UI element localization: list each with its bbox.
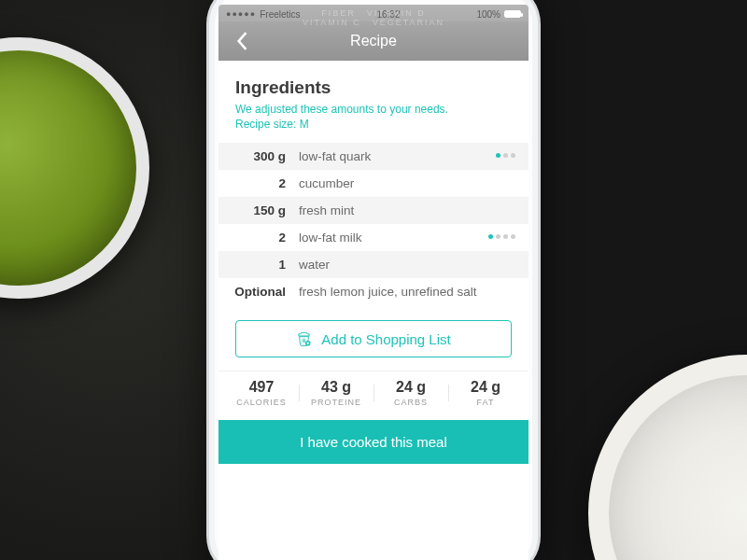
ingredient-indicator bbox=[488, 231, 515, 239]
ingredients-heading: Ingredients bbox=[218, 61, 529, 102]
indicator-dot bbox=[511, 234, 515, 239]
ingredients-note: We adjusted these amounts to your needs.… bbox=[218, 102, 529, 132]
ingredient-name: water bbox=[299, 258, 515, 272]
clock: 16:32 bbox=[376, 9, 400, 20]
ceramic-cup bbox=[588, 355, 747, 560]
nutrition-value: 24 g bbox=[374, 379, 448, 396]
recipe-content[interactable]: Ingredients We adjusted these amounts to… bbox=[218, 61, 529, 560]
ingredient-qty: 1 bbox=[218, 258, 299, 272]
phone-screen: ●●●●● Freeletics 16:32 100% FIBERVITAMIN… bbox=[218, 5, 529, 560]
chevron-left-icon bbox=[235, 31, 248, 51]
nutrition-label: CARBS bbox=[374, 398, 448, 407]
phone-frame: ●●●●● Freeletics 16:32 100% FIBERVITAMIN… bbox=[206, 0, 541, 560]
add-to-shopping-list-label: Add to Shopping List bbox=[321, 331, 450, 347]
ingredient-row[interactable]: Optionalfresh lemon juice, unrefined sal… bbox=[218, 278, 529, 305]
nutrition-summary: 497CALORIES43 gPROTEINE24 gCARBS24 gFAT bbox=[218, 371, 529, 420]
add-to-shopping-list-button[interactable]: Add to Shopping List bbox=[235, 320, 512, 357]
nutrition-stat: 43 gPROTEINE bbox=[299, 379, 374, 407]
ingredient-row[interactable]: 2low-fat milk bbox=[218, 224, 529, 251]
ingredient-qty: 2 bbox=[218, 231, 299, 245]
battery-pct: 100% bbox=[476, 9, 500, 20]
ingredient-row[interactable]: 1water bbox=[218, 251, 529, 278]
nav-bar: FIBERVITAMIN D VITAMIN CVEGETARIAN Recip… bbox=[218, 21, 529, 61]
cooked-meal-button[interactable]: I have cooked this meal bbox=[218, 420, 529, 464]
ingredient-indicator bbox=[496, 149, 515, 158]
indicator-dot bbox=[511, 153, 515, 158]
nutrition-label: FAT bbox=[448, 398, 523, 407]
nutrition-value: 43 g bbox=[299, 379, 374, 396]
carrier-label: Freeletics bbox=[260, 9, 300, 20]
nutrition-stat: 24 gCARBS bbox=[374, 379, 448, 407]
indicator-dot bbox=[503, 234, 508, 239]
status-bar: ●●●●● Freeletics 16:32 100% bbox=[218, 5, 529, 21]
indicator-dot bbox=[488, 234, 493, 239]
ingredient-qty: Optional bbox=[218, 285, 299, 299]
indicator-dot bbox=[496, 234, 500, 239]
nutrition-label: PROTEINE bbox=[299, 398, 374, 407]
ingredients-list: 300 glow-fat quark2cucumber150 gfresh mi… bbox=[218, 143, 529, 305]
ingredient-qty: 2 bbox=[218, 176, 299, 190]
ingredient-qty: 150 g bbox=[218, 203, 299, 217]
indicator-dot bbox=[496, 153, 500, 158]
matcha-bowl bbox=[0, 37, 149, 299]
ingredient-name: fresh lemon juice, unrefined salt bbox=[299, 285, 515, 299]
nutrition-label: CALORIES bbox=[224, 398, 299, 407]
ingredient-name: low-fat milk bbox=[299, 231, 488, 245]
ingredient-name: low-fat quark bbox=[299, 149, 496, 163]
indicator-dot bbox=[503, 153, 508, 158]
ingredient-name: fresh mint bbox=[299, 203, 515, 217]
ingredient-row[interactable]: 150 gfresh mint bbox=[218, 197, 529, 224]
nutrition-stat: 497CALORIES bbox=[224, 379, 299, 407]
ingredient-qty: 300 g bbox=[218, 149, 299, 163]
ingredient-row[interactable]: 2cucumber bbox=[218, 170, 529, 197]
battery-icon bbox=[504, 10, 521, 18]
nutrition-stat: 24 gFAT bbox=[448, 379, 523, 407]
nav-title: Recipe bbox=[350, 33, 397, 49]
back-button[interactable] bbox=[228, 21, 256, 61]
nutrition-value: 24 g bbox=[448, 379, 523, 396]
shopping-list-icon bbox=[296, 331, 312, 347]
nutrition-value: 497 bbox=[224, 379, 299, 396]
ingredient-row[interactable]: 300 glow-fat quark bbox=[218, 143, 529, 170]
signal-dots-icon: ●●●●● bbox=[226, 9, 256, 19]
ingredient-name: cucumber bbox=[299, 176, 515, 190]
